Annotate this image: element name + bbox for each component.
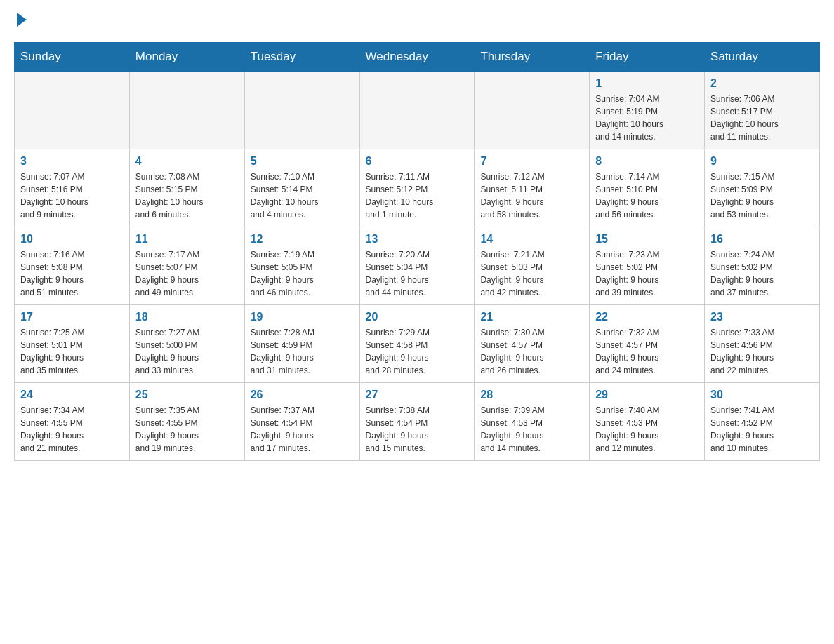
calendar-table: SundayMondayTuesdayWednesdayThursdayFrid… [14,42,820,461]
calendar-cell: 24Sunrise: 7:34 AMSunset: 4:55 PMDayligh… [15,383,130,461]
calendar-cell: 15Sunrise: 7:23 AMSunset: 5:02 PMDayligh… [590,227,705,305]
day-info: Sunrise: 7:39 AMSunset: 4:53 PMDaylight:… [480,404,583,455]
day-number: 30 [710,389,814,401]
weekday-header-monday: Monday [129,43,244,72]
calendar-cell [129,72,244,149]
calendar-cell: 27Sunrise: 7:38 AMSunset: 4:54 PMDayligh… [359,383,475,461]
day-info: Sunrise: 7:27 AMSunset: 5:00 PMDaylight:… [135,326,239,377]
day-number: 22 [595,311,699,323]
day-number: 20 [366,311,469,323]
day-info: Sunrise: 7:07 AMSunset: 5:16 PMDaylight:… [20,170,124,221]
day-number: 18 [135,311,239,323]
weekday-header-wednesday: Wednesday [359,43,475,72]
calendar-cell: 4Sunrise: 7:08 AMSunset: 5:15 PMDaylight… [129,149,244,227]
calendar-cell: 18Sunrise: 7:27 AMSunset: 5:00 PMDayligh… [129,305,244,383]
calendar-cell: 28Sunrise: 7:39 AMSunset: 4:53 PMDayligh… [475,383,590,461]
day-info: Sunrise: 7:16 AMSunset: 5:08 PMDaylight:… [20,248,124,299]
day-number: 10 [20,233,124,246]
week-row-5: 24Sunrise: 7:34 AMSunset: 4:55 PMDayligh… [15,383,820,461]
day-info: Sunrise: 7:15 AMSunset: 5:09 PMDaylight:… [710,170,814,221]
logo [14,14,27,28]
day-info: Sunrise: 7:11 AMSunset: 5:12 PMDaylight:… [366,170,469,221]
day-info: Sunrise: 7:32 AMSunset: 4:57 PMDaylight:… [595,326,699,377]
day-info: Sunrise: 7:28 AMSunset: 4:59 PMDaylight:… [251,326,354,377]
calendar-cell: 8Sunrise: 7:14 AMSunset: 5:10 PMDaylight… [590,149,705,227]
calendar-cell: 3Sunrise: 7:07 AMSunset: 5:16 PMDaylight… [15,149,130,227]
calendar-cell: 23Sunrise: 7:33 AMSunset: 4:56 PMDayligh… [705,305,820,383]
day-info: Sunrise: 7:14 AMSunset: 5:10 PMDaylight:… [595,170,699,221]
day-info: Sunrise: 7:33 AMSunset: 4:56 PMDaylight:… [710,326,814,377]
day-number: 2 [710,77,814,90]
calendar-cell [475,72,590,149]
week-row-1: 1Sunrise: 7:04 AMSunset: 5:19 PMDaylight… [15,72,820,149]
day-number: 4 [135,155,239,168]
day-info: Sunrise: 7:37 AMSunset: 4:54 PMDaylight:… [251,404,354,455]
weekday-header-row: SundayMondayTuesdayWednesdayThursdayFrid… [15,43,820,72]
day-info: Sunrise: 7:35 AMSunset: 4:55 PMDaylight:… [135,404,239,455]
day-info: Sunrise: 7:23 AMSunset: 5:02 PMDaylight:… [595,248,699,299]
day-info: Sunrise: 7:17 AMSunset: 5:07 PMDaylight:… [135,248,239,299]
logo-triangle-icon [17,13,27,27]
day-info: Sunrise: 7:24 AMSunset: 5:02 PMDaylight:… [710,248,814,299]
day-info: Sunrise: 7:20 AMSunset: 5:04 PMDaylight:… [366,248,469,299]
page-header [14,14,820,28]
week-row-4: 17Sunrise: 7:25 AMSunset: 5:01 PMDayligh… [15,305,820,383]
day-number: 6 [366,155,469,168]
calendar-cell: 2Sunrise: 7:06 AMSunset: 5:17 PMDaylight… [705,72,820,149]
calendar-cell: 9Sunrise: 7:15 AMSunset: 5:09 PMDaylight… [705,149,820,227]
calendar-cell: 21Sunrise: 7:30 AMSunset: 4:57 PMDayligh… [475,305,590,383]
day-number: 17 [20,311,124,323]
day-number: 28 [480,389,583,401]
day-number: 13 [366,233,469,246]
day-number: 25 [135,389,239,401]
day-number: 3 [20,155,124,168]
day-number: 14 [480,233,583,246]
calendar-cell: 10Sunrise: 7:16 AMSunset: 5:08 PMDayligh… [15,227,130,305]
calendar-cell: 12Sunrise: 7:19 AMSunset: 5:05 PMDayligh… [244,227,359,305]
day-number: 16 [710,233,814,246]
day-info: Sunrise: 7:25 AMSunset: 5:01 PMDaylight:… [20,326,124,377]
week-row-2: 3Sunrise: 7:07 AMSunset: 5:16 PMDaylight… [15,149,820,227]
weekday-header-thursday: Thursday [475,43,590,72]
day-number: 8 [595,155,699,168]
weekday-header-friday: Friday [590,43,705,72]
day-info: Sunrise: 7:10 AMSunset: 5:14 PMDaylight:… [251,170,354,221]
day-info: Sunrise: 7:40 AMSunset: 4:53 PMDaylight:… [595,404,699,455]
calendar-cell: 22Sunrise: 7:32 AMSunset: 4:57 PMDayligh… [590,305,705,383]
day-info: Sunrise: 7:08 AMSunset: 5:15 PMDaylight:… [135,170,239,221]
day-number: 19 [251,311,354,323]
calendar-cell: 29Sunrise: 7:40 AMSunset: 4:53 PMDayligh… [590,383,705,461]
calendar-cell: 26Sunrise: 7:37 AMSunset: 4:54 PMDayligh… [244,383,359,461]
week-row-3: 10Sunrise: 7:16 AMSunset: 5:08 PMDayligh… [15,227,820,305]
day-number: 5 [251,155,354,168]
weekday-header-tuesday: Tuesday [244,43,359,72]
calendar-cell [359,72,475,149]
day-info: Sunrise: 7:34 AMSunset: 4:55 PMDaylight:… [20,404,124,455]
day-number: 11 [135,233,239,246]
calendar-cell: 11Sunrise: 7:17 AMSunset: 5:07 PMDayligh… [129,227,244,305]
day-info: Sunrise: 7:38 AMSunset: 4:54 PMDaylight:… [366,404,469,455]
calendar-cell: 14Sunrise: 7:21 AMSunset: 5:03 PMDayligh… [475,227,590,305]
day-info: Sunrise: 7:30 AMSunset: 4:57 PMDaylight:… [480,326,583,377]
day-info: Sunrise: 7:12 AMSunset: 5:11 PMDaylight:… [480,170,583,221]
weekday-header-saturday: Saturday [705,43,820,72]
day-info: Sunrise: 7:29 AMSunset: 4:58 PMDaylight:… [366,326,469,377]
day-number: 1 [595,77,699,90]
calendar-cell: 17Sunrise: 7:25 AMSunset: 5:01 PMDayligh… [15,305,130,383]
logo-blue-text [14,14,27,28]
day-info: Sunrise: 7:21 AMSunset: 5:03 PMDaylight:… [480,248,583,299]
calendar-cell: 16Sunrise: 7:24 AMSunset: 5:02 PMDayligh… [705,227,820,305]
calendar-cell: 30Sunrise: 7:41 AMSunset: 4:52 PMDayligh… [705,383,820,461]
day-number: 26 [251,389,354,401]
calendar-cell [244,72,359,149]
calendar-cell: 6Sunrise: 7:11 AMSunset: 5:12 PMDaylight… [359,149,475,227]
day-number: 9 [710,155,814,168]
weekday-header-sunday: Sunday [15,43,130,72]
day-number: 24 [20,389,124,401]
day-info: Sunrise: 7:41 AMSunset: 4:52 PMDaylight:… [710,404,814,455]
calendar-cell: 19Sunrise: 7:28 AMSunset: 4:59 PMDayligh… [244,305,359,383]
calendar-cell [15,72,130,149]
day-info: Sunrise: 7:04 AMSunset: 5:19 PMDaylight:… [595,93,699,143]
calendar-cell: 7Sunrise: 7:12 AMSunset: 5:11 PMDaylight… [475,149,590,227]
day-number: 23 [710,311,814,323]
